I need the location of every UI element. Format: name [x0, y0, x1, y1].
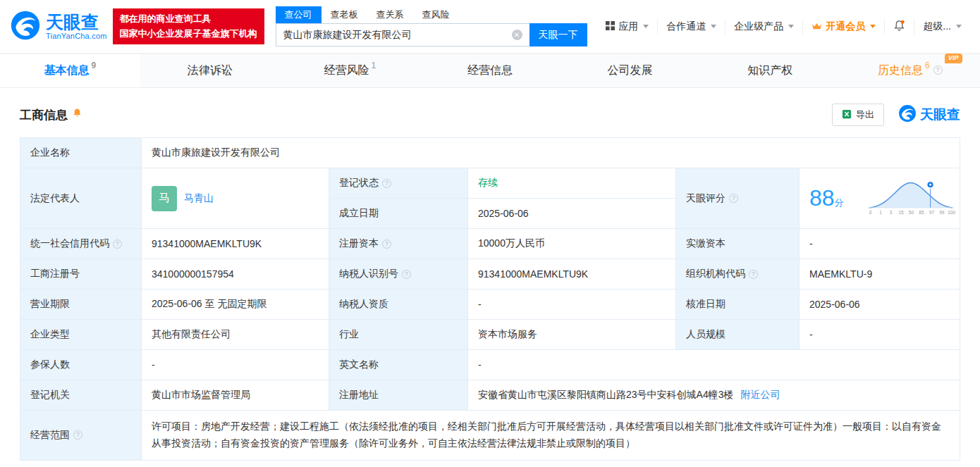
tab-legal-litigation[interactable]: 法律诉讼 [140, 54, 281, 87]
tab-label: 经营风险 [324, 63, 369, 78]
field-value-company-type: 其他有限责任公司 [142, 320, 329, 350]
tab-basic-info[interactable]: 基本信息9 [0, 54, 140, 87]
help-icon[interactable]: ? [402, 270, 411, 279]
company-detail-tabs: 基本信息9 法律诉讼 经营风险1 经营信息 公司发展 知识产权 VIP历史信息6… [0, 54, 980, 88]
monitor-bell-icon[interactable] [72, 108, 82, 122]
section-title-group: 工商信息 [20, 107, 82, 123]
chevron-down-icon [956, 25, 962, 28]
nav-apps-label: 应用 [618, 20, 638, 33]
nav-apps[interactable]: 应用 [597, 19, 657, 35]
field-label-approval-date: 核准日期 [676, 289, 800, 320]
search-box: ✕ [276, 23, 529, 46]
tab-company-development[interactable]: 公司发展 [560, 54, 700, 87]
field-label-tyc-score: 天眼评分? [676, 168, 800, 229]
help-icon[interactable]: ? [73, 430, 82, 440]
avatar[interactable]: 马 [152, 186, 177, 211]
export-button[interactable]: 导出 [832, 104, 884, 126]
chevron-down-icon [711, 25, 716, 28]
field-value-reg-address: 安徽省黄山市屯溪区黎阳镇商山路23号中安科创城A4幢3楼 附近公司 [468, 380, 960, 411]
tab-label: 公司发展 [608, 63, 653, 78]
score-curve-chart: 0 1 3 15 50 85 97 99 100 [866, 176, 955, 220]
field-label-business-scope: 经营范围? [20, 411, 142, 461]
svg-text:1: 1 [879, 210, 882, 215]
field-value-establish-date: 2025-06-06 [468, 199, 676, 229]
nav-account-label: 超级... [923, 20, 951, 33]
tab-label: 历史信息 [878, 63, 923, 78]
help-icon[interactable]: ? [113, 239, 122, 249]
chevron-down-icon [788, 25, 794, 28]
svg-text:85: 85 [919, 210, 924, 215]
field-value-taxpayer-id: 91341000MAEMKLTU9K [468, 259, 676, 289]
svg-text:97: 97 [929, 210, 935, 215]
field-value-insured-count: - [142, 350, 329, 380]
top-nav: 应用 合作通道 企业级产品 开通会员 超级... [597, 19, 970, 35]
nav-open-vip[interactable]: 开通会员 [802, 19, 884, 35]
clear-input-icon[interactable]: ✕ [512, 30, 522, 40]
header: 天眼查 TianYanCha.com 都在用的商业查询工具 国家中小企业发展子基… [0, 0, 980, 54]
tab-label: 知识产权 [747, 63, 792, 78]
field-value-business-term: 2025-06-06 至 无固定期限 [142, 289, 329, 320]
field-value-reg-status: 存续 [468, 168, 676, 199]
nav-cooperation[interactable]: 合作通道 [657, 19, 725, 35]
nav-notifications[interactable] [884, 19, 914, 35]
search-tab-risk[interactable]: 查风险 [413, 6, 459, 23]
tab-history-info[interactable]: VIP历史信息6? [840, 54, 980, 87]
tianyancha-logo-icon [898, 104, 917, 126]
svg-text:100: 100 [948, 210, 955, 215]
help-icon[interactable]: ? [729, 194, 738, 203]
field-value-company-name: 黄山市康旅建设开发有限公司 [142, 138, 960, 168]
slogan-line-2: 国家中小企业发展子基金旗下机构 [120, 27, 257, 42]
watermark-logo-text: 天眼查 [920, 106, 960, 124]
field-label-english-name: 英文名称 [329, 350, 468, 380]
tab-label: 经营信息 [467, 63, 513, 78]
field-value-legal-rep: 马 马青山 [142, 168, 329, 229]
field-value-staff-size: - [800, 320, 960, 350]
logo-title: 天眼查 [46, 13, 107, 31]
tab-intellectual-property[interactable]: 知识产权 [700, 54, 840, 87]
field-label-org-code: 组织机构代码? [676, 259, 800, 289]
tab-operation-info[interactable]: 经营信息 [420, 54, 561, 87]
bell-icon [893, 20, 905, 34]
search-area: 查公司 查老板 查关系 查风险 ✕ 天眼一下 [276, 6, 587, 46]
field-label-business-term: 营业期限 [20, 289, 142, 320]
nearby-companies-link[interactable]: 附近公司 [740, 389, 780, 401]
field-label-insured-count: 参保人数 [20, 350, 142, 380]
vip-tag: VIP [945, 54, 962, 63]
help-icon[interactable]: ? [382, 179, 391, 188]
nav-enterprise[interactable]: 企业级产品 [725, 19, 802, 35]
field-label-reg-address: 注册地址 [329, 380, 468, 411]
logo-subtitle: TianYanCha.com [46, 32, 107, 40]
field-label-industry: 行业 [329, 320, 468, 350]
export-button-label: 导出 [856, 108, 874, 121]
help-icon[interactable]: ? [933, 66, 943, 75]
field-value-org-code: MAEMKLTU-9 [800, 259, 960, 289]
field-value-credit-code: 91341000MAEMKLTU9K [142, 229, 329, 259]
search-tab-relation[interactable]: 查关系 [367, 6, 413, 23]
field-label-establish-date: 成立日期 [329, 199, 468, 229]
section-title: 工商信息 [20, 107, 68, 123]
field-label-reg-capital: 注册资本? [329, 229, 468, 259]
svg-text:99: 99 [939, 210, 945, 215]
field-value-paid-capital: - [800, 229, 960, 259]
watermark-logo: 天眼查 [898, 104, 960, 126]
field-label-taxpayer-quality: 纳税人资质 [329, 289, 468, 320]
tianyancha-logo[interactable]: 天眼查 TianYanCha.com [10, 10, 107, 44]
svg-text:50: 50 [909, 210, 914, 215]
help-icon[interactable]: ? [749, 270, 758, 279]
search-tab-boss[interactable]: 查老板 [321, 6, 367, 23]
search-tab-company[interactable]: 查公司 [276, 6, 321, 23]
nav-account[interactable]: 超级... [914, 19, 970, 35]
apps-grid-icon [606, 21, 615, 32]
excel-icon [842, 109, 852, 121]
field-label-taxpayer-id: 纳税人识别号? [329, 259, 468, 289]
search-button[interactable]: 天眼一下 [529, 23, 587, 46]
business-info-table: 企业名称 黄山市康旅建设开发有限公司 法定代表人 马 马青山 登记状态? 存续 … [20, 137, 960, 461]
search-input[interactable] [276, 30, 529, 41]
legal-rep-link[interactable]: 马青山 [184, 192, 214, 205]
svg-text:3: 3 [890, 210, 893, 215]
tab-operation-risk[interactable]: 经营风险1 [280, 54, 420, 87]
crown-icon [811, 21, 822, 32]
field-value-tyc-score[interactable]: 88分 0 1 3 15 50 85 97 99 100 [800, 168, 960, 229]
slogan-line-1: 都在用的商业查询工具 [120, 12, 257, 27]
help-icon[interactable]: ? [382, 239, 391, 249]
